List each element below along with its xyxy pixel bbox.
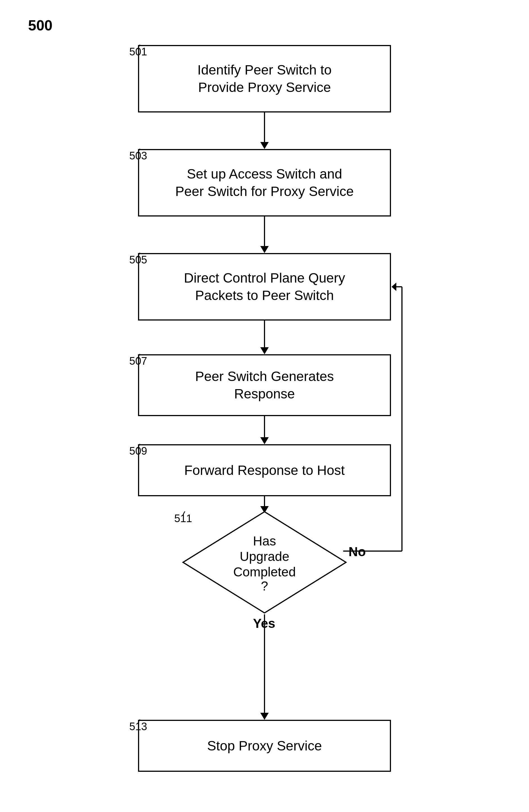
box-513: Stop Proxy Service [138, 720, 391, 772]
svg-text:Has: Has [253, 534, 276, 548]
svg-marker-1 [260, 142, 269, 149]
box-507-text: Peer Switch Generates Response [195, 368, 334, 403]
figure-label: 500 [28, 17, 53, 34]
box-505-text: Direct Control Plane Query Packets to Pe… [184, 269, 345, 304]
diamond-511: Has Upgrade Completed ? [183, 512, 346, 613]
box-513-text: Stop Proxy Service [207, 738, 322, 754]
no-label: No [349, 544, 366, 559]
svg-text:Upgrade: Upgrade [240, 549, 289, 564]
svg-marker-13 [260, 713, 269, 720]
box-501: Identify Peer Switch to Provide Proxy Se… [138, 45, 391, 113]
box-503-text: Set up Access Switch and Peer Switch for… [175, 165, 354, 201]
box-501-text: Identify Peer Switch to Provide Proxy Se… [197, 61, 332, 97]
svg-marker-17 [392, 282, 396, 291]
box-505: Direct Control Plane Query Packets to Pe… [138, 253, 391, 320]
svg-marker-7 [260, 437, 269, 444]
svg-marker-3 [260, 246, 269, 253]
box-509-text: Forward Response to Host [185, 463, 345, 478]
svg-text:?: ? [261, 579, 268, 593]
svg-marker-5 [260, 347, 269, 354]
diagram-container: 500 Identify Peer Switch to [0, 0, 529, 812]
box-509: Forward Response to Host [138, 444, 391, 496]
svg-text:Completed: Completed [233, 565, 296, 579]
yes-label: Yes [253, 616, 275, 631]
box-507: Peer Switch Generates Response [138, 354, 391, 416]
box-503: Set up Access Switch and Peer Switch for… [138, 149, 391, 217]
